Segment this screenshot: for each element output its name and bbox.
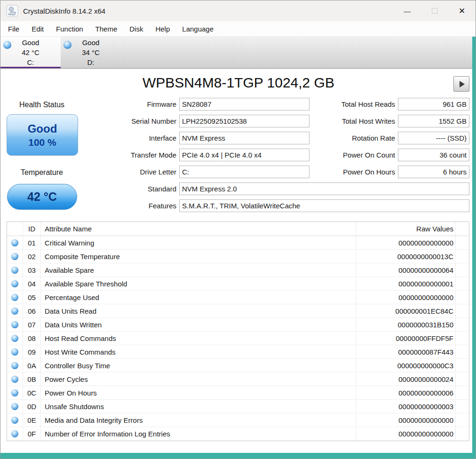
firmware-label: Firmware [85,100,179,108]
minimize-button[interactable]: — [394,0,421,21]
menu-function[interactable]: Function [50,25,89,33]
total-host-writes-field: 1552 GB [398,115,469,127]
menu-bar: File Edit Function Theme Disk Help Langu… [0,21,476,37]
attribute-id: 09 [23,345,41,358]
attribute-name: Available Spare Threshold [41,277,356,290]
total-host-reads-field: 961 GB [398,98,469,111]
maximize-button[interactable] [421,0,448,21]
interface-label: Interface [85,134,179,142]
drive-status-sphere-icon [63,41,71,49]
maximize-icon [432,8,437,14]
close-button[interactable]: ✕ [448,0,476,21]
attribute-id: 0E [23,413,41,427]
attribute-status-icon [11,335,18,342]
attribute-id: 04 [23,277,41,290]
smart-row: 0C Power On Hours 00000000000006 [7,386,469,400]
theme-accent-right [472,37,476,459]
attribute-status-icon [11,308,18,315]
attribute-name: Media and Data Integrity Errors [41,413,356,427]
menu-file[interactable]: File [2,25,25,33]
selected-tab-indicator [0,67,61,68]
menu-language[interactable]: Language [176,25,220,33]
attribute-name: Data Units Read [41,304,356,317]
menu-edit[interactable]: Edit [25,25,50,33]
attribute-raw-value: 000000001EC84C [356,304,456,317]
header-status-column [7,222,23,236]
attribute-name: Available Spare [41,263,356,277]
total-host-writes-label: Total Host Writes [311,117,398,125]
attribute-status-icon [11,430,18,437]
power-on-hours-field: 6 hours [398,166,469,178]
attribute-name: Critical Warning [41,236,356,249]
attribute-status-icon [11,376,18,383]
attribute-raw-value: 00000000000000 [356,413,456,427]
play-button[interactable] [453,76,469,92]
attribute-name: Data Units Written [41,318,356,331]
attribute-id: 05 [23,291,41,304]
attribute-name: Host Read Commands [41,332,356,345]
attribute-raw-value: 00000000000024 [356,372,456,386]
play-icon [460,81,465,87]
attribute-name: Unsafe Shutdowns [41,400,356,413]
health-percent-value: 100 % [28,137,56,148]
attribute-raw-value: 00000000000006 [356,386,456,399]
drive-info-wide: Standard NVM Express 2.0 Features S.M.A.… [85,182,469,216]
attribute-id: 06 [23,304,41,317]
power-on-hours-label: Power On Hours [311,168,398,176]
attribute-id: 03 [23,263,41,277]
attribute-raw-value: 00000000000000 [356,427,456,441]
attribute-status-icon [11,253,18,260]
attribute-status-icon [11,403,18,410]
rotation-rate-label: Rotation Rate [311,134,398,142]
serial-number-field: LPH2250925102538 [179,115,309,127]
drive-info-left: Firmware SN28087 Serial Number LPH225092… [85,98,309,182]
attribute-id: 07 [23,318,41,331]
theme-accent-bottom [0,453,476,459]
attribute-name: Power On Hours [41,386,356,399]
menu-help[interactable]: Help [149,25,176,33]
health-status-badge[interactable]: Good 100 % [7,114,78,156]
tab-drive-letter: D: [87,57,95,67]
tab-status: Good [82,38,100,47]
transfer-mode-label: Transfer Mode [85,151,179,159]
attribute-id: 02 [23,250,41,263]
smart-row: 0B Power Cycles 00000000000024 [7,372,469,386]
attribute-name: Host Write Commands [41,345,356,358]
attribute-id: 0D [23,400,41,413]
attribute-name: Percentage Used [41,291,356,304]
attribute-status-icon [11,321,18,328]
attribute-name: Composite Temperature [41,250,356,263]
attribute-status-icon [11,362,18,369]
window-title: CrystalDiskInfo 8.14.2 x64 [23,7,105,15]
power-on-count-field: 36 count [398,149,469,161]
smart-row: 0E Media and Data Integrity Errors 00000… [7,413,469,427]
menu-theme[interactable]: Theme [89,25,124,33]
header-id: ID [23,222,41,236]
drive-letter-label: Drive Letter [85,168,179,176]
serial-number-label: Serial Number [85,117,179,125]
attribute-id: 08 [23,332,41,345]
drive-tab-d[interactable]: Good 34 °C D: [61,37,121,68]
tab-drive-letter: C: [27,57,34,67]
menu-disk[interactable]: Disk [123,25,149,33]
drive-status-sphere-icon [3,41,11,49]
header-raw-values: Raw Values [356,222,456,236]
tab-temperature: 34 °C [82,47,100,57]
smart-row: 02 Composite Temperature 0000000000013C [7,250,469,263]
smart-row: 0D Unsafe Shutdowns 00000000000003 [7,400,469,413]
smart-attributes-table: ID Attribute Name Raw Values 01 Critical… [7,222,469,441]
attribute-raw-value: 0000000031B150 [356,318,456,331]
smart-row: 03 Available Spare 00000000000064 [7,263,469,277]
drive-info-right: Total Host Reads 961 GB Total Host Write… [311,98,469,182]
rotation-rate-field: ---- (SSD) [398,132,469,144]
drive-tab-strip: Good 42 °C C: Good 34 °C D: [0,37,476,69]
window-controls: — ✕ [394,0,476,21]
drive-tab-c[interactable]: Good 42 °C C: [0,37,61,68]
attribute-status-icon [11,389,18,396]
tab-status: Good [22,38,40,47]
attribute-status-icon [11,267,18,274]
smart-row: 04 Available Spare Threshold 00000000000… [7,277,469,291]
attribute-status-icon [11,239,18,246]
transfer-mode-field: PCIe 4.0 x4 | PCIe 4.0 x4 [179,149,309,161]
health-status-value: Good [28,122,57,135]
